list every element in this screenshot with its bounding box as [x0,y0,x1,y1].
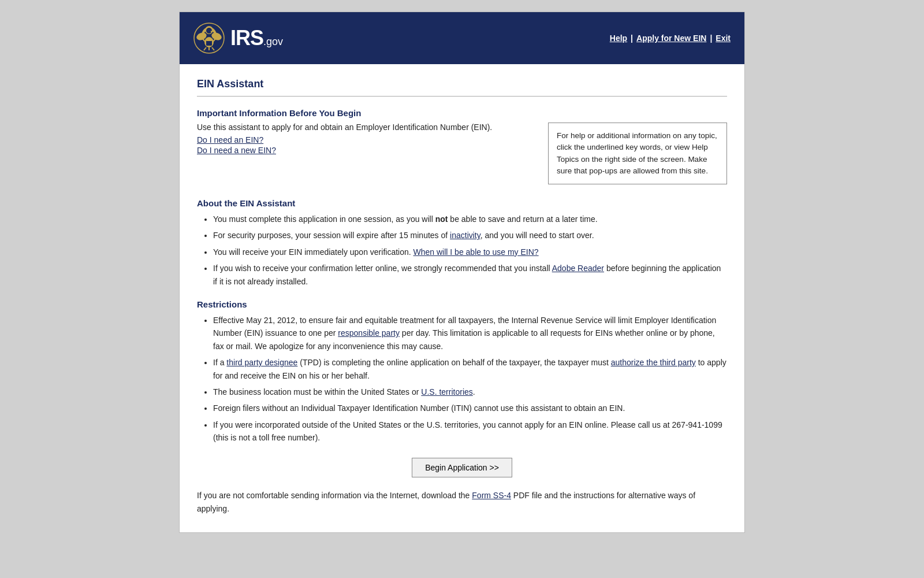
nav-separator-1: | [631,34,633,43]
restriction-bullet-5: If you were incorporated outside of the … [213,418,727,444]
do-i-need-ein-link[interactable]: Do I need an EIN? [197,135,536,144]
about-b3-before: You will receive your EIN immediately up… [213,247,413,257]
when-use-ein-link[interactable]: When will I be able to use my EIN? [413,247,539,257]
title-divider [197,96,727,97]
r3-after: . [473,387,475,397]
intro-area: Use this assistant to apply for and obta… [197,123,727,184]
r5-text: If you were incorporated outside of the … [213,420,722,442]
footer-text: If you are not comfortable sending infor… [197,489,727,515]
about-bullet-2: For security purposes, your session will… [213,229,727,242]
r3-before: The business location must be within the… [213,387,421,397]
footer-before: If you are not comfortable sending infor… [197,491,472,500]
page-title: EIN Assistant [197,78,727,90]
r2-middle: (TPD) is completing the online applicati… [297,358,610,367]
nav-separator-2: | [710,34,712,43]
restrictions-heading: Restrictions [197,299,727,309]
about-b1-bold: not [435,214,448,224]
about-bullets: You must complete this application in on… [197,213,727,288]
intro-text: Use this assistant to apply for and obta… [197,123,536,132]
page-container: IRS.gov Help | Apply for New EIN | Exit … [179,12,745,533]
restriction-bullet-1: Effective May 21, 2012, to ensure fair a… [213,314,727,353]
header-nav: Help | Apply for New EIN | Exit [610,34,731,43]
logo-text-group: IRS.gov [230,26,283,50]
svg-line-13 [212,47,214,50]
r4-text: Foreign filers without an Individual Tax… [213,403,625,413]
about-heading: About the EIN Assistant [197,198,727,208]
responsible-party-link[interactable]: responsible party [338,328,400,338]
main-content: EIN Assistant Important Information Befo… [180,64,744,532]
form-ss4-link[interactable]: Form SS-4 [472,491,511,500]
restriction-bullet-2: If a third party designee (TPD) is compl… [213,356,727,382]
header: IRS.gov Help | Apply for New EIN | Exit [180,12,744,64]
inactivity-link[interactable]: inactivity [450,231,480,240]
restrictions-section: Restrictions Effective May 21, 2012, to … [197,299,727,444]
logo-irs: IRS [230,26,263,50]
authorize-third-party-link[interactable]: authorize the third party [611,358,696,367]
logo-gov: .gov [263,36,283,47]
intro-links: Do I need an EIN? Do I need a new EIN? [197,135,536,155]
about-b1-after: be able to save and return at a later ti… [448,214,597,224]
logo-area: IRS.gov [193,23,283,54]
important-heading: Important Information Before You Begin [197,108,727,118]
about-b4-before: If you wish to receive your confirmation… [213,264,552,273]
svg-line-11 [204,47,206,50]
exit-link[interactable]: Exit [716,34,731,43]
help-box-text: For help or additional information on an… [557,131,717,175]
restriction-bullet-3: The business location must be within the… [213,386,727,398]
important-info-section: Important Information Before You Begin U… [197,108,727,184]
button-row: Begin Application >> [197,458,727,477]
r2-before: If a [213,358,226,367]
help-link[interactable]: Help [610,34,627,43]
us-territories-link[interactable]: U.S. territories [421,387,472,397]
do-i-need-new-ein-link[interactable]: Do I need a new EIN? [197,146,536,155]
begin-application-button[interactable]: Begin Application >> [412,458,512,477]
about-bullet-3: You will receive your EIN immediately up… [213,246,727,258]
irs-eagle-icon [193,23,225,54]
about-bullet-1: You must complete this application in on… [213,213,727,225]
svg-point-6 [206,28,212,34]
about-b2-after: , and you will need to start over. [480,231,594,240]
adobe-reader-link[interactable]: Adobe Reader [552,264,604,273]
svg-rect-10 [206,38,212,41]
about-b2-before: For security purposes, your session will… [213,231,450,240]
help-box: For help or additional information on an… [548,123,727,184]
intro-left: Use this assistant to apply for and obta… [197,123,536,184]
about-section: About the EIN Assistant You must complet… [197,198,727,288]
apply-new-ein-link[interactable]: Apply for New EIN [636,34,706,43]
restriction-bullet-4: Foreign filers without an Individual Tax… [213,402,727,414]
third-party-designee-link[interactable]: third party designee [226,358,297,367]
restrictions-bullets: Effective May 21, 2012, to ensure fair a… [197,314,727,444]
about-b1-before: You must complete this application in on… [213,214,435,224]
about-bullet-4: If you wish to receive your confirmation… [213,262,727,288]
